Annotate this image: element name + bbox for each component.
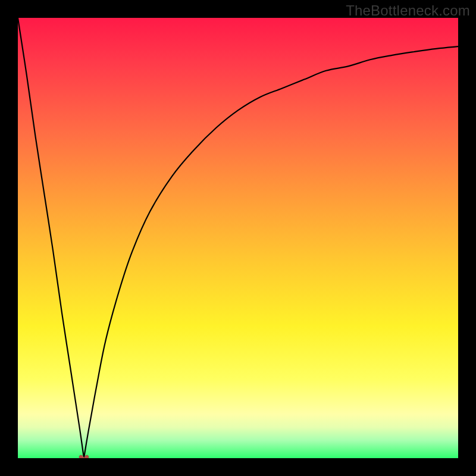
curve-left-branch [18, 18, 84, 458]
curve-layer [18, 18, 458, 458]
curve-right-branch [84, 46, 458, 458]
chart-frame: TheBottleneck.com [0, 0, 476, 476]
watermark-text: TheBottleneck.com [346, 2, 470, 19]
plot-area [18, 18, 458, 458]
